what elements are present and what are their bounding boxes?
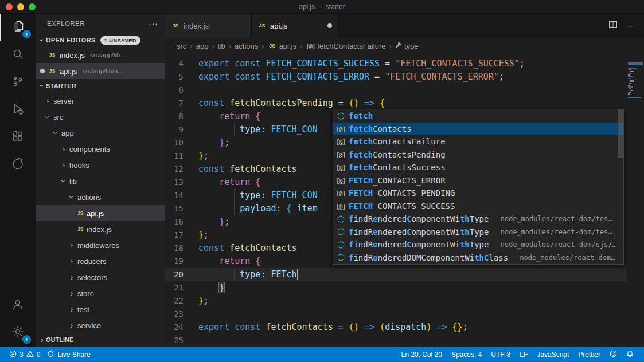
activity-source-control[interactable] [0, 69, 36, 96]
breadcrumb-item-type[interactable]: type [395, 42, 419, 50]
code-line-23[interactable]: 23 [165, 308, 644, 321]
activity-live-share[interactable] [0, 151, 36, 179]
indentation-button[interactable]: Spaces: 4 [447, 347, 486, 362]
open-editor-index-js[interactable]: JS index.js src/app/lib... [36, 47, 165, 63]
workspace-section-header[interactable]: › STARTER [36, 79, 165, 93]
tree-folder-app[interactable]: ›app [36, 125, 165, 141]
tab-index-js[interactable]: JS index.js [165, 14, 252, 38]
chevron-right-icon[interactable]: › [68, 257, 76, 265]
chevron-right-icon[interactable]: › [44, 97, 52, 105]
minimap[interactable] [627, 54, 644, 347]
file-tree: ›server›src›app›components›hooks›lib›act… [36, 93, 165, 333]
code-line-25[interactable]: 25 [165, 334, 644, 347]
suggest-widget: fetch[@]fetchContacts[@]fetchContactsFai… [333, 109, 624, 265]
tree-file-api.js[interactable]: JSapi.js [36, 205, 165, 221]
chevron-down-icon[interactable]: › [44, 113, 52, 121]
chevron-right-icon[interactable]: › [68, 289, 76, 297]
suggestion-detail: node_modules/react-dom… [520, 254, 615, 262]
problems-button[interactable]: 3 0 [6, 347, 44, 362]
chevron-right-icon[interactable]: › [60, 145, 68, 153]
close-window-button[interactable] [6, 3, 13, 10]
suggestion-fetch[interactable]: fetch [333, 109, 623, 123]
chevron-right-icon[interactable]: › [68, 321, 76, 329]
activity-run-debug[interactable] [0, 96, 36, 124]
tree-folder-selectors[interactable]: ›selectors [36, 269, 165, 285]
chevron-right-icon[interactable]: › [68, 305, 76, 313]
tree-folder-store[interactable]: ›store [36, 285, 165, 301]
chevron-down-icon[interactable]: › [52, 129, 60, 137]
line-number: 24 [165, 321, 198, 334]
chevron-down-icon[interactable]: › [60, 177, 68, 185]
open-editor-api-js[interactable]: JS api.js src/app/lib/a... [36, 63, 165, 79]
suggestion-FETCH_CONTACTS_PENDING[interactable]: [@]FETCH_CONTACTS_PENDING [333, 187, 623, 200]
outline-header[interactable]: › OUTLINE [36, 332, 165, 347]
suggestion-findRenderedDOMComponentWithClass[interactable]: findRenderedDOMComponentWithClassnode_mo… [333, 251, 623, 265]
more-actions-button[interactable]: ··· [626, 21, 636, 31]
feedback-button[interactable] [605, 347, 622, 362]
open-editor-name: api.js [60, 67, 77, 76]
suggestion-fetchContactsPending[interactable]: [@]fetchContactsPending [333, 148, 623, 162]
breadcrumb-item-api.js[interactable]: JSapi.js [268, 42, 296, 50]
code-line-20[interactable]: 20 type: FETch [165, 268, 644, 281]
cursor-position-button[interactable]: Ln 20, Col 20 [397, 347, 447, 362]
split-editor-button[interactable] [608, 20, 618, 32]
eol-button[interactable]: LF [515, 347, 532, 362]
code-line-5[interactable]: 5export const FETCH_CONTACTS_ERROR = "FE… [165, 70, 644, 84]
suggestion-findRenderedComponentWithType[interactable]: findRenderedComponentWithTypenode_module… [333, 238, 623, 251]
activity-search[interactable] [0, 41, 36, 69]
tree-folder-service[interactable]: ›service [36, 317, 165, 333]
suggestion-fetchContactsSuccess[interactable]: [@]fetchContactsSuccess [333, 161, 623, 174]
symbol-constant-icon: [@] [336, 138, 345, 145]
suggestion-FETCH_CONTACTS_SUCCESS[interactable]: [@]FETCH_CONTACTS_SUCCESS [333, 200, 623, 213]
formatter-button[interactable]: Prettier [573, 347, 605, 362]
sidebar-more-button[interactable]: ··· [149, 19, 158, 28]
open-editors-header[interactable]: › OPEN EDITORS 1 UNSAVED [36, 33, 165, 47]
tree-folder-actions[interactable]: ›actions [36, 189, 165, 205]
suggestion-fetchContacts[interactable]: [@]fetchContacts [333, 123, 623, 136]
breadcrumb-item-src[interactable]: src [177, 42, 186, 50]
suggestion-findRenderedComponentWithType[interactable]: findRenderedComponentWithTypenode_module… [333, 226, 623, 239]
workspace-name: STARTER [46, 82, 76, 89]
tree-folder-middlewares[interactable]: ›middlewares [36, 237, 165, 253]
tree-folder-reducers[interactable]: ›reducers [36, 253, 165, 269]
tree-folder-lib[interactable]: ›lib [36, 173, 165, 189]
tree-folder-hooks[interactable]: ›hooks [36, 157, 165, 173]
chevron-down-icon[interactable]: › [68, 193, 76, 201]
breadcrumb-item-lib[interactable]: lib [218, 42, 225, 50]
chevron-right-icon[interactable]: › [68, 273, 76, 281]
activity-explorer[interactable]: 1 [0, 14, 36, 41]
suggest-scrollbar[interactable] [618, 109, 623, 264]
tree-folder-components[interactable]: ›components [36, 141, 165, 157]
live-share-button[interactable]: Live Share [44, 347, 93, 362]
code-line-4[interactable]: 4export const FETCH_CONTACTS_SUCCESS = "… [165, 57, 644, 70]
encoding-button[interactable]: UTF-8 [486, 347, 515, 362]
code-line-6[interactable]: 6 [165, 84, 644, 97]
activity-accounts[interactable] [0, 292, 36, 319]
tree-folder-src[interactable]: ›src [36, 109, 165, 125]
window-controls [6, 3, 36, 10]
suggestion-FETCH_CONTACTS_ERROR[interactable]: [@]FETCH_CONTACTS_ERROR [333, 174, 623, 187]
activity-settings[interactable]: 1 [0, 319, 36, 347]
minimize-window-button[interactable] [17, 3, 24, 10]
language-mode-button[interactable]: JavaScript [532, 347, 573, 362]
zoom-window-button[interactable] [29, 3, 36, 10]
notifications-button[interactable] [622, 347, 638, 362]
breadcrumb-item-fetchContactsFailure[interactable]: [@]fetchContactsFailure [306, 42, 385, 50]
code-line-24[interactable]: 24export const fetchContacts = () => (di… [165, 321, 644, 334]
tab-api-js[interactable]: JS api.js [252, 14, 338, 38]
tree-folder-test[interactable]: ›test [36, 301, 165, 317]
suggestion-label: findRenderedDOMComponentWithClass [349, 253, 508, 262]
breadcrumb-item-app[interactable]: app [196, 42, 209, 50]
code-line-7[interactable]: 7const fetchContactsPending = () => { [165, 97, 644, 110]
suggestion-findRenderedComponentWithType[interactable]: findRenderedComponentWithTypenode_module… [333, 213, 623, 226]
code-line-22[interactable]: 22}; [165, 294, 644, 308]
suggestion-fetchContactsFailure[interactable]: [@]fetchContactsFailure [333, 135, 623, 148]
activity-extensions[interactable] [0, 124, 36, 151]
chevron-right-icon[interactable]: › [60, 161, 68, 169]
tree-folder-server[interactable]: ›server [36, 93, 165, 109]
code-line-21[interactable]: 21 } [165, 281, 644, 294]
breadcrumb-item-actions[interactable]: actions [235, 42, 258, 50]
chevron-right-icon[interactable]: › [68, 241, 76, 249]
code-editor[interactable]: 4export const FETCH_CONTACTS_SUCCESS = "… [165, 54, 644, 347]
tree-file-index.js[interactable]: JSindex.js [36, 221, 165, 237]
